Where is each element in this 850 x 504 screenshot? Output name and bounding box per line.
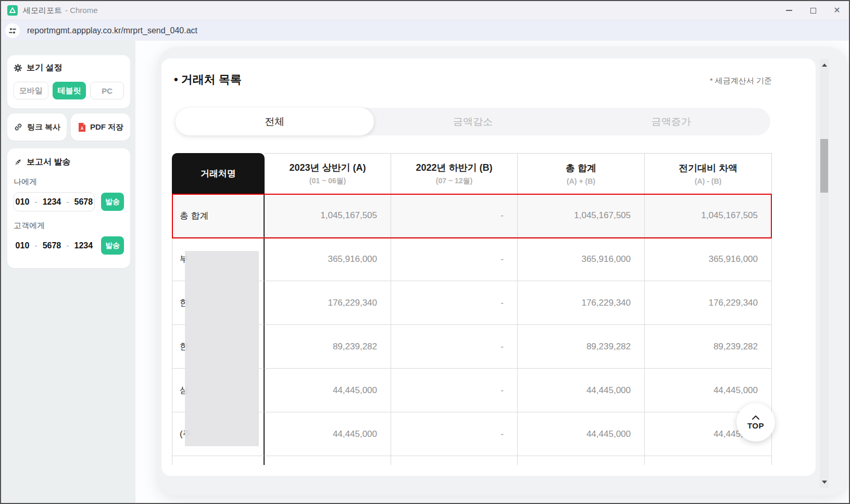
table-row-name: 총 합계 xyxy=(172,194,265,237)
send-to-customer-label: 고객에게 xyxy=(14,221,124,231)
link-icon xyxy=(14,122,23,132)
column-range: (A) - (B) xyxy=(695,177,721,185)
column-title: 전기대비 차액 xyxy=(679,162,738,174)
view-mobile-button[interactable]: 모바일 xyxy=(14,82,48,99)
table-cell: - xyxy=(391,325,518,369)
client-table: 거래처명 2023년 상반기 (A) (01 ~ 06월) 2022년 하반기 … xyxy=(172,153,772,465)
app-logo-icon xyxy=(7,5,18,16)
column-header-2023-h1: 2023년 상반기 (A) (01 ~ 06월) xyxy=(265,153,391,194)
table-cell: 89,239,282 xyxy=(645,325,772,369)
browser-window: 세모리포트 - Chrome ✕ reportmgmt.appplay.co.k… xyxy=(0,0,850,504)
table-cell: - xyxy=(391,412,518,456)
table-cell: 44,445,000 xyxy=(518,412,645,456)
scroll-to-top-button[interactable]: TOP xyxy=(736,403,775,442)
copy-link-label: 링크 복사 xyxy=(27,122,60,132)
table-cell xyxy=(518,456,645,465)
page-title: • 거래처 목록 xyxy=(174,72,242,87)
table-cell xyxy=(391,456,518,465)
report-send-title: 보고서 발송 xyxy=(27,157,70,168)
table-cell: 44,445,000 xyxy=(265,412,391,456)
send-to-me-button[interactable]: 발송 xyxy=(101,193,124,211)
column-title: 2023년 상반기 (A) xyxy=(289,161,366,174)
table-cell: - xyxy=(391,281,518,325)
title-bar: 세모리포트 - Chrome ✕ xyxy=(1,1,849,20)
tax-invoice-note: * 세금계산서 기준 xyxy=(710,76,772,86)
top-button-label: TOP xyxy=(747,421,764,430)
phone-part: 5678 xyxy=(43,241,61,250)
table-cell: 44,445,000 xyxy=(265,369,391,412)
url-bar: reportmgmt.appplay.co.kr/mrprt_send_040.… xyxy=(1,20,849,41)
table-cell: 176,229,340 xyxy=(518,281,645,325)
sidebar: 보기 설정 모바일 테블릿 PC 링크 복사 xyxy=(1,41,135,503)
maximize-button[interactable] xyxy=(801,1,825,20)
table-cell: 89,239,282 xyxy=(518,325,645,369)
table-cell: 176,229,340 xyxy=(265,281,391,325)
column-range: (07 ~ 12월) xyxy=(436,177,472,186)
pdf-icon xyxy=(78,122,86,132)
table-row-name xyxy=(172,456,265,465)
send-to-customer-button[interactable]: 발송 xyxy=(101,236,124,255)
main-content: • 거래처 목록 * 세금계산서 기준 전체 금액감소 금액증가 거래처명 20… xyxy=(135,41,849,503)
close-icon: ✕ xyxy=(833,6,840,15)
report-send-card: 보고서 발송 나에게 010 - 1234 - 5678 발송 고객에게 xyxy=(7,148,130,268)
window-title-suffix: - Chrome xyxy=(65,6,98,16)
filter-tabs: 전체 금액감소 금액증가 xyxy=(176,108,770,135)
view-settings-card: 보기 설정 모바일 테블릿 PC xyxy=(7,55,130,108)
report-page: • 거래처 목록 * 세금계산서 기준 전체 금액감소 금액증가 거래처명 20… xyxy=(161,58,816,476)
table-cell: 44,445,000 xyxy=(518,369,645,412)
table-cell: 365,916,000 xyxy=(518,237,645,281)
table-cell: - xyxy=(391,194,518,237)
table-cell: - xyxy=(391,369,518,412)
save-pdf-button[interactable]: PDF 저장 xyxy=(71,114,130,141)
view-tablet-button[interactable]: 테블릿 xyxy=(53,82,86,99)
table-cell: 89,239,282 xyxy=(265,325,391,369)
phone-dash: - xyxy=(66,197,69,207)
view-settings-title: 보기 설정 xyxy=(27,62,62,73)
column-header-client-name: 거래처명 xyxy=(172,153,265,194)
column-header-diff: 전기대비 차액 (A) - (B) xyxy=(645,153,772,194)
tab-amount-increase[interactable]: 금액증가 xyxy=(572,108,770,135)
table-cell: 365,916,000 xyxy=(265,237,391,281)
rocket-icon xyxy=(14,158,22,167)
close-button[interactable]: ✕ xyxy=(825,1,849,20)
scroll-down-button[interactable] xyxy=(820,476,829,488)
scrollbar-thumb[interactable] xyxy=(820,139,828,193)
scroll-up-button[interactable] xyxy=(820,59,829,71)
phone-part: 1234 xyxy=(74,241,93,250)
table-cell: 1,045,167,505 xyxy=(518,194,645,237)
address-url[interactable]: reportmgmt.appplay.co.kr/mrprt_send_040.… xyxy=(27,26,197,35)
minimize-icon xyxy=(786,10,792,11)
table-cell xyxy=(645,456,772,465)
copy-link-button[interactable]: 링크 복사 xyxy=(7,114,67,141)
send-to-me-label: 나에게 xyxy=(14,177,124,187)
phone-dash: - xyxy=(34,197,37,207)
phone-dash: - xyxy=(34,241,37,250)
window-title: 세모리포트 xyxy=(23,6,62,16)
table-cell: 1,045,167,505 xyxy=(645,194,772,237)
chevron-up-icon xyxy=(751,415,760,420)
site-settings-button[interactable] xyxy=(5,23,20,38)
tab-all[interactable]: 전체 xyxy=(176,108,374,135)
phone-part: 010 xyxy=(16,197,30,207)
table-cell: - xyxy=(391,237,518,281)
minimize-button[interactable] xyxy=(777,1,801,20)
column-title: 총 합계 xyxy=(566,162,596,174)
column-title: 2022년 하반기 (B) xyxy=(416,161,492,174)
phone-part: 1234 xyxy=(43,197,61,207)
table-cell xyxy=(265,456,391,465)
gear-icon xyxy=(14,64,22,72)
customer-phone-input[interactable]: 010 - 5678 - 1234 xyxy=(14,236,95,255)
table-cell: 176,229,340 xyxy=(645,281,772,325)
maximize-icon xyxy=(810,8,816,14)
phone-dash: - xyxy=(66,241,69,250)
table-cell: 1,045,167,505 xyxy=(265,194,391,237)
vertical-scrollbar[interactable] xyxy=(820,59,829,488)
column-range: (01 ~ 06월) xyxy=(309,177,346,186)
my-phone-input[interactable]: 010 - 1234 - 5678 xyxy=(14,192,95,211)
tab-amount-decrease[interactable]: 금액감소 xyxy=(374,108,572,135)
view-pc-button[interactable]: PC xyxy=(90,82,124,99)
column-header-2022-h2: 2022년 하반기 (B) (07 ~ 12월) xyxy=(391,153,518,194)
column-range: (A) + (B) xyxy=(567,177,595,185)
tune-icon xyxy=(8,26,17,35)
column-header-total: 총 합계 (A) + (B) xyxy=(518,153,645,194)
